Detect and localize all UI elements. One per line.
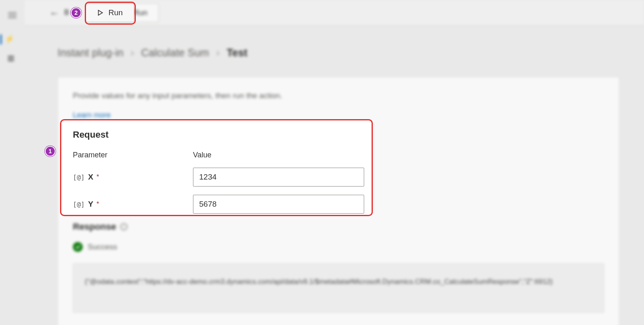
hamburger-icon[interactable] [8, 11, 16, 20]
learn-more-link[interactable]: Learn more [73, 111, 111, 120]
param-prefix-icon: [@] [73, 201, 85, 208]
annotation-bubble-1: 1 [45, 146, 56, 157]
column-header-parameter: Parameter [73, 151, 193, 159]
response-heading: Response [73, 221, 116, 232]
run-button-label: Run [109, 8, 123, 17]
book-icon[interactable]: ▥ [7, 53, 14, 62]
status-text: Success [88, 242, 117, 251]
response-body: {"@odata.context":"https://dv-acc-demo.c… [73, 263, 604, 313]
run-button[interactable]: Run [86, 3, 134, 22]
intro-text: Provide values for any input parameters,… [73, 91, 604, 100]
param-y-input[interactable] [193, 195, 364, 214]
request-heading: Request [73, 129, 360, 140]
lightning-icon[interactable]: ⚡ [5, 35, 14, 44]
required-mark: * [97, 173, 99, 181]
request-panel: Request Parameter Value [@] X * [@] Y * [60, 119, 373, 216]
annotation-bubble-2: 2 [71, 7, 81, 18]
chevron-right-icon: › [216, 47, 220, 58]
rail-active-indicator [0, 35, 2, 44]
back-button-label[interactable]: B [64, 8, 69, 17]
breadcrumb-item[interactable]: Calculate Sum [141, 47, 209, 58]
back-arrow-icon[interactable]: ← [49, 7, 59, 19]
info-icon[interactable]: i [120, 223, 128, 230]
chevron-right-icon: › [130, 47, 134, 58]
breadcrumb: Instant plug-in › Calculate Sum › Test [58, 47, 619, 59]
param-x-input[interactable] [193, 168, 364, 187]
success-icon [73, 242, 83, 252]
required-mark: * [97, 201, 99, 208]
play-icon [97, 9, 104, 16]
param-x-label: [@] X * [73, 173, 193, 182]
param-y-label: [@] Y * [73, 200, 193, 209]
breadcrumb-item[interactable]: Instant plug-in [58, 47, 123, 58]
column-header-value: Value [193, 151, 364, 159]
param-prefix-icon: [@] [73, 173, 85, 181]
breadcrumb-current: Test [227, 47, 247, 58]
